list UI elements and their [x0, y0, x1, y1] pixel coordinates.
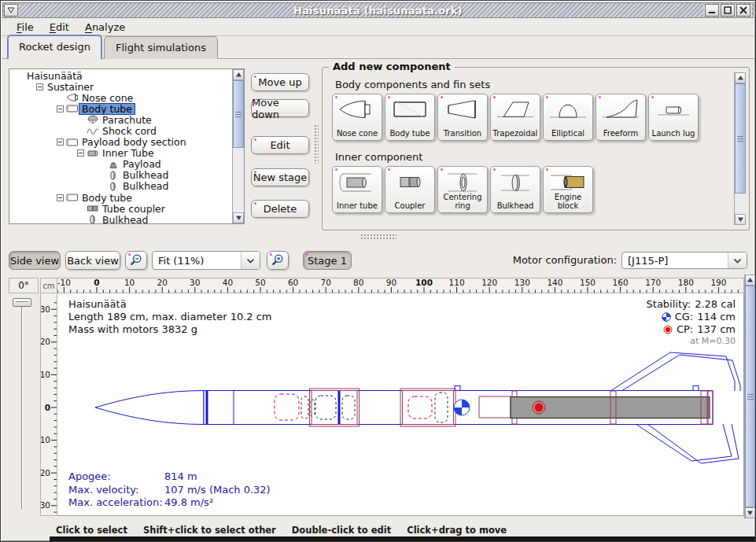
tree-item-sustainer[interactable]: Sustainer — [9, 81, 232, 92]
tree-item-label: Sustainer — [45, 82, 96, 92]
scroll-up-button[interactable] — [735, 72, 746, 83]
add-trapezoidal-button[interactable]: Trapezoidal — [490, 94, 540, 141]
menu-analyze[interactable]: Analyze — [77, 19, 133, 35]
tree-item-body-tube[interactable]: Body tube — [9, 103, 232, 114]
back-view-button[interactable]: Back view — [65, 251, 120, 270]
tree-scrollbar[interactable] — [232, 69, 244, 223]
tree-item-body-tube[interactable]: Body tube — [9, 192, 232, 203]
engineblock-large-icon — [548, 169, 588, 194]
component-button-label: Elliptical — [551, 130, 585, 138]
zoom-out-icon — [129, 253, 143, 267]
bulkhead-large-icon — [495, 169, 536, 194]
collapse-icon[interactable] — [76, 149, 86, 157]
tree-item-inner-tube[interactable]: Inner Tube — [9, 148, 232, 159]
move-down-button[interactable]: Move down — [251, 99, 309, 117]
svg-text:90: 90 — [386, 278, 396, 287]
add-transition-button[interactable]: Transition — [437, 94, 488, 141]
collapse-icon[interactable] — [55, 105, 65, 112]
component-button-label: Engine block — [544, 194, 592, 210]
tree-item-payload-body-section[interactable]: Payload body section — [9, 137, 232, 148]
add-engine-block-button[interactable]: Engine block — [543, 166, 593, 213]
tree-item-bulkhead[interactable]: Bulkhead — [9, 214, 232, 223]
tree-item-haisun-t[interactable]: Haisunäätä — [9, 70, 232, 81]
rotation-slider[interactable] — [10, 297, 34, 512]
add-bulkhead-button[interactable]: Bulkhead — [490, 166, 540, 213]
cp-value: 137 cm — [697, 323, 736, 336]
rotation-slider-handle[interactable] — [13, 298, 31, 307]
tree-item-bulkhead[interactable]: Bulkhead — [9, 170, 232, 181]
collapse-icon[interactable] — [55, 194, 65, 201]
tree-item-bulkhead[interactable]: Bulkhead — [9, 181, 232, 192]
tree-item-label: Bulkhead — [120, 170, 171, 180]
scrollbar-thumb[interactable] — [745, 286, 755, 507]
zoom-in-button[interactable] — [267, 251, 289, 270]
move-up-button[interactable]: Move up — [251, 73, 309, 91]
window-menu-button[interactable] — [4, 4, 18, 17]
component-scrollbar[interactable] — [734, 72, 746, 225]
scroll-up-button[interactable] — [745, 275, 755, 286]
menu-edit[interactable]: Edit — [42, 19, 77, 35]
menu-file[interactable]: File — [9, 19, 42, 35]
maximize-button[interactable] — [721, 4, 735, 17]
component-button-label: Body tube — [389, 130, 430, 138]
zoom-level-value: Fit (11%) — [153, 255, 241, 267]
tab-flight-simulations[interactable]: Flight simulations — [104, 36, 218, 59]
scrollbar-thumb[interactable] — [233, 80, 244, 148]
status-hint: Click to select — [56, 525, 127, 536]
motor-configuration-select[interactable]: [J115-P] — [621, 252, 747, 269]
collapse-icon[interactable] — [35, 83, 45, 90]
tree-item-parachute[interactable]: Parachute — [9, 114, 232, 125]
add-inner-tube-button[interactable]: Inner tube — [332, 166, 382, 213]
tree-item-shock-cord[interactable]: Shock cord — [9, 125, 232, 136]
horizontal-split-handle[interactable] — [360, 234, 396, 239]
scrollbar-thumb[interactable] — [735, 83, 746, 194]
scroll-down-button[interactable] — [735, 214, 746, 225]
stage-toggle-button[interactable]: Stage 1 — [303, 251, 352, 270]
stability-value: 2.28 cal — [695, 298, 736, 311]
tree-item-payload[interactable]: Payload — [9, 159, 232, 170]
scroll-down-button[interactable] — [745, 507, 755, 518]
zoom-out-button[interactable] — [125, 251, 147, 270]
canvas-scrollbar[interactable] — [744, 275, 755, 518]
add-nose-cone-button[interactable]: Nose cone — [332, 94, 382, 141]
tree-item-nose-cone[interactable]: Nose cone — [9, 92, 232, 103]
tree-item-tube-coupler[interactable]: Tube coupler — [9, 203, 232, 214]
minimize-button[interactable] — [705, 4, 719, 17]
component-button-label: Transition — [444, 130, 481, 138]
collapse-icon[interactable] — [55, 138, 65, 146]
delete-button[interactable]: Delete — [251, 200, 309, 218]
add-elliptical-button[interactable]: Elliptical — [543, 94, 593, 141]
add-body-tube-button[interactable]: Body tube — [385, 94, 435, 141]
add-freeform-button[interactable]: Freeform — [596, 94, 646, 141]
component-button-label: Trapezoidal — [493, 130, 538, 138]
flight-stat-label: Max. acceleration: — [68, 496, 164, 509]
close-button[interactable] — [736, 4, 750, 17]
component-tree[interactable]: HaisunäätäSustainerNose coneBody tubePar… — [9, 69, 232, 223]
title-bar[interactable]: Haisunäätä (haisunaata.ork) — [2, 2, 754, 18]
window-title: Haisunäätä (haisunaata.ork) — [3, 5, 753, 17]
svg-text:20: 20 — [41, 468, 50, 477]
status-bar: Click to selectShift+click to select oth… — [1, 522, 756, 538]
scroll-down-button[interactable] — [233, 212, 244, 223]
zoom-level-select[interactable]: Fit (11%) — [152, 251, 260, 270]
svg-text:110: 110 — [449, 278, 465, 287]
new-stage-button[interactable]: New stage — [251, 168, 309, 186]
svg-text:100: 100 — [415, 278, 433, 287]
bodytube-icon — [65, 104, 79, 113]
add-launch-lug-button[interactable]: Launch lug — [648, 94, 699, 141]
status-hint: Double-click to edit — [292, 525, 391, 536]
coupler-large-icon — [389, 169, 430, 194]
add-centering-ring-button[interactable]: Centering ring — [437, 166, 488, 213]
rocket-canvas[interactable]: HaisunäätäLength 189 cm, max. diameter 1… — [57, 293, 744, 516]
tab-rocket-design[interactable]: Rocket design — [7, 35, 102, 59]
vertical-split-handle[interactable] — [314, 124, 319, 164]
add-coupler-button[interactable]: Coupler — [385, 166, 435, 213]
scroll-up-button[interactable] — [233, 69, 244, 80]
trapezoidal-large-icon — [495, 97, 536, 122]
tab-bar: Rocket designFlight simulations — [2, 36, 754, 59]
menu-bar: FileEditAnalyze — [2, 18, 754, 36]
edit-button[interactable]: Edit — [251, 136, 309, 154]
side-view-button[interactable]: Side view — [9, 251, 61, 270]
bottom-strip — [50, 536, 755, 541]
cp-icon — [663, 325, 673, 334]
